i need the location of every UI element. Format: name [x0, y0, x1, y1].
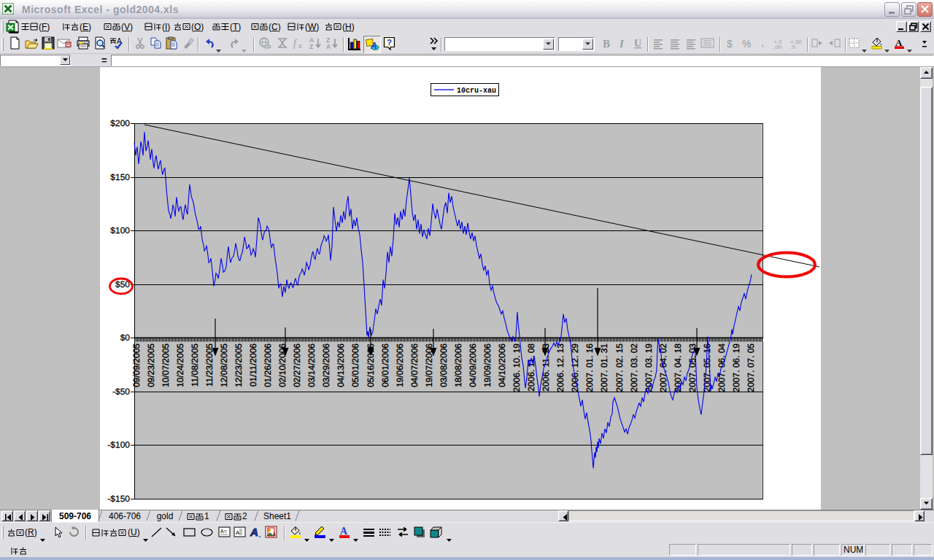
svg-text:$200: $200 [110, 118, 130, 128]
svg-text:18/08/2006: 18/08/2006 [453, 343, 463, 387]
svg-text:12/08/2005: 12/08/2005 [219, 343, 229, 387]
svg-text:06/01/2006: 06/01/2006 [380, 343, 390, 387]
svg-text:f: f [293, 38, 298, 49]
svg-text:2007. 06. 19: 2007. 06. 19 [731, 343, 741, 392]
svg-text:2007. 01. 31: 2007. 01. 31 [599, 343, 609, 392]
svg-text:$: $ [727, 38, 733, 50]
svg-text:04/07/2006: 04/07/2006 [409, 343, 420, 387]
svg-text:01/11/2006: 01/11/2006 [248, 343, 258, 386]
svg-text:09/23/2005: 09/23/2005 [146, 343, 156, 387]
svg-text:19/06/2006: 19/06/2006 [395, 343, 405, 387]
svg-text:$0: $0 [120, 332, 131, 343]
svg-text:-$100: -$100 [107, 440, 130, 450]
svg-text:$100: $100 [110, 225, 130, 236]
svg-text:A: A [340, 526, 348, 537]
svg-text:19/09/2006: 19/09/2006 [482, 343, 493, 387]
svg-text:x: x [298, 41, 302, 50]
svg-text:.00: .00 [773, 44, 782, 50]
svg-text:A: A [326, 43, 331, 50]
svg-text:I: I [619, 38, 625, 50]
svg-text:11/08/2005: 11/08/2005 [190, 343, 200, 386]
svg-text:05/01/2006: 05/01/2006 [350, 343, 360, 387]
svg-text:04/13/2006: 04/13/2006 [336, 343, 346, 387]
svg-text:2007. 03. 02: 2007. 03. 02 [629, 343, 639, 392]
svg-text:01/26/2006: 01/26/2006 [263, 343, 273, 387]
svg-text:03/14/2006: 03/14/2006 [306, 343, 317, 387]
svg-text:2006. 12. 13: 2006. 12. 13 [555, 343, 566, 392]
svg-text:10/24/2005: 10/24/2005 [175, 343, 185, 387]
svg-text:10cru-xau: 10cru-xau [457, 87, 496, 95]
svg-text:A: A [236, 529, 240, 536]
svg-text:02/27/2006: 02/27/2006 [292, 343, 302, 387]
svg-text:03/08/2006: 03/08/2006 [439, 343, 449, 387]
svg-text:,: , [761, 36, 764, 48]
svg-text:Z: Z [309, 43, 313, 50]
svg-text:2006. 10. 19: 2006. 10. 19 [512, 343, 522, 392]
svg-text:10/07/2005: 10/07/2005 [161, 343, 171, 387]
svg-text:2007. 01. 16: 2007. 01. 16 [584, 343, 595, 392]
svg-text:2007. 02. 15: 2007. 02. 15 [614, 343, 625, 392]
svg-text:04/09/2006: 04/09/2006 [468, 343, 478, 387]
svg-text:12/23/2005: 12/23/2005 [234, 343, 244, 387]
svg-text:2007. 03. 19: 2007. 03. 19 [644, 343, 654, 392]
svg-text:A: A [250, 526, 258, 538]
svg-text:04/10/2006: 04/10/2006 [497, 343, 507, 387]
svg-text:09/09/2005: 09/09/2005 [131, 343, 142, 387]
svg-text:A=: A= [220, 529, 227, 534]
svg-text:A: A [370, 41, 377, 51]
svg-text:-$150: -$150 [107, 494, 130, 504]
svg-text:%: % [742, 38, 751, 50]
svg-text:?: ? [387, 38, 392, 47]
svg-text:$150: $150 [110, 172, 130, 182]
svg-text:-$50: -$50 [112, 386, 130, 397]
svg-text:2007. 07. 05: 2007. 07. 05 [746, 343, 756, 392]
svg-text:B: B [603, 38, 610, 50]
svg-text:03/29/2006: 03/29/2006 [321, 343, 331, 387]
svg-text:U: U [634, 38, 641, 49]
svg-text:.0: .0 [790, 44, 795, 50]
